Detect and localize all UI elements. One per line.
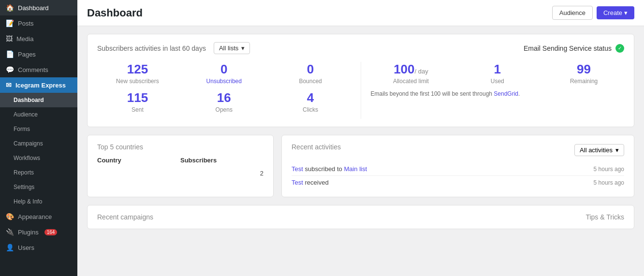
opens-number: 16 xyxy=(184,90,264,105)
countries-table-header: Country Subscribers xyxy=(97,157,263,164)
countries-title: Top 5 countries xyxy=(97,143,263,151)
bounced-number: 0 xyxy=(270,62,351,77)
icegram-icon: ✉ xyxy=(6,81,12,89)
clicks-number: 4 xyxy=(270,90,351,105)
recent-campaigns-row: Recent campaigns Tips & Tricks xyxy=(97,213,624,221)
sidebar-submenu-icegram: Dashboard Audience Forms Campaigns Workf… xyxy=(0,93,77,209)
recent-campaigns-card: Recent campaigns Tips & Tricks xyxy=(87,205,634,229)
recent-campaigns-title: Recent campaigns xyxy=(97,213,153,221)
stats-header-left: Subscribers activities in last 60 days A… xyxy=(97,42,250,54)
sidebar-item-campaigns[interactable]: Campaigns xyxy=(0,136,77,151)
new-subscribers-number: 125 xyxy=(97,62,178,77)
header-actions: Audience Create ▾ xyxy=(552,6,634,20)
unsubscribed-stat: 0 Unsubscribed xyxy=(184,62,264,85)
used-number: 1 xyxy=(457,62,538,77)
status-dot: ✓ xyxy=(615,44,624,53)
vertical-divider xyxy=(361,62,361,119)
used-label: Used xyxy=(457,78,538,85)
sidebar: 🏠 Dashboard 📝 Posts 🖼 Media 📄 Pages 💬 Co… xyxy=(0,0,77,276)
main-content: Dashboard Audience Create ▾ Subscribers … xyxy=(77,0,644,276)
countries-card: Top 5 countries Country Subscribers 2 xyxy=(87,135,274,197)
left-stats-section: 125 New subscribers 0 Unsubscribed 0 Bou… xyxy=(97,62,351,119)
email-sending-stats: 100/ day Allocated limit 1 Used 99 Remai… xyxy=(371,62,625,85)
sidebar-item-workflows[interactable]: Workflows xyxy=(0,151,77,165)
activity-time-2: 5 hours ago xyxy=(594,179,624,186)
sidebar-item-reports[interactable]: Reports xyxy=(0,165,77,180)
sidebar-item-dashboard[interactable]: Dashboard xyxy=(0,93,77,107)
email-service-status: Email Sending Service status ✓ xyxy=(524,44,624,53)
activities-title: Recent activities xyxy=(292,143,341,151)
activity-link-test-1[interactable]: Test xyxy=(292,165,303,173)
allocated-limit-label: Allocated limit xyxy=(371,78,452,85)
sidebar-item-settings[interactable]: Settings xyxy=(0,180,77,194)
sidebar-item-forms[interactable]: Forms xyxy=(0,122,77,136)
unsubscribed-label: Unsubscribed xyxy=(184,78,264,85)
unsubscribed-number: 0 xyxy=(184,62,264,77)
email-note: Emails beyond the first 100 will be sent… xyxy=(371,90,625,97)
sidebar-item-posts[interactable]: 📝 Posts xyxy=(0,15,77,31)
sent-label: Sent xyxy=(97,106,178,113)
all-activities-dropdown[interactable]: All activities ▾ xyxy=(574,144,624,156)
audience-button[interactable]: Audience xyxy=(552,6,593,20)
main-header: Dashboard Audience Create ▾ xyxy=(77,0,644,26)
table-row: 2 xyxy=(97,168,263,179)
create-button[interactable]: Create ▾ xyxy=(597,6,634,19)
bounced-label: Bounced xyxy=(270,78,351,85)
sidebar-item-comments[interactable]: 💬 Comments xyxy=(0,62,77,77)
all-lists-dropdown[interactable]: All lists ▾ xyxy=(214,42,250,54)
sidebar-item-plugins[interactable]: 🔌 Plugins 164 xyxy=(0,224,77,240)
subscriber-stats-bottom: 115 Sent 16 Opens 4 Clicks xyxy=(97,90,351,113)
remaining-stat: 99 Remaining xyxy=(543,62,624,85)
sidebar-item-dashboard-wp[interactable]: 🏠 Dashboard xyxy=(0,0,77,15)
dashboard-content: Subscribers activities in last 60 days A… xyxy=(77,26,644,276)
stats-card: Subscribers activities in last 60 days A… xyxy=(87,34,634,127)
right-stats-section: 100/ day Allocated limit 1 Used 99 Remai… xyxy=(371,62,625,119)
used-stat: 1 Used xyxy=(457,62,538,85)
plugins-badge: 164 xyxy=(44,229,58,235)
plugins-icon: 🔌 xyxy=(6,228,14,236)
new-subscribers-stat: 125 New subscribers xyxy=(97,62,178,85)
opens-label: Opens xyxy=(184,106,264,113)
chevron-down-icon: ▾ xyxy=(615,146,619,154)
chevron-down-icon: ▾ xyxy=(624,9,628,16)
sidebar-item-help[interactable]: Help & Info xyxy=(0,194,77,209)
sidebar-item-pages[interactable]: 📄 Pages xyxy=(0,46,77,62)
chevron-down-icon: ▾ xyxy=(241,44,245,52)
allocated-limit-stat: 100/ day Allocated limit xyxy=(371,62,452,85)
sidebar-item-audience[interactable]: Audience xyxy=(0,107,77,122)
sent-number: 115 xyxy=(97,90,178,105)
page-title: Dashboard xyxy=(87,7,143,19)
sent-stat: 115 Sent xyxy=(97,90,178,113)
activities-card: Recent activities All activities ▾ Test … xyxy=(281,135,634,197)
stats-card-title: Subscribers activities in last 60 days xyxy=(97,44,206,52)
subscriber-stats-top: 125 New subscribers 0 Unsubscribed 0 Bou… xyxy=(97,62,351,85)
stats-card-header: Subscribers activities in last 60 days A… xyxy=(97,42,624,54)
posts-icon: 📝 xyxy=(6,19,14,27)
activity-link-main-list[interactable]: Main list xyxy=(344,165,367,173)
clicks-stat: 4 Clicks xyxy=(270,90,351,113)
activity-row-2: Test received 5 hours ago xyxy=(292,176,624,189)
activity-row-1: Test subscribed to Main list 5 hours ago xyxy=(292,162,624,176)
tips-tricks-title: Tips & Tricks xyxy=(585,213,624,221)
new-subscribers-label: New subscribers xyxy=(97,78,178,85)
remaining-number: 99 xyxy=(543,62,624,77)
dashboard-wp-icon: 🏠 xyxy=(6,4,14,12)
comments-icon: 💬 xyxy=(6,66,14,73)
sidebar-item-media[interactable]: 🖼 Media xyxy=(0,31,77,46)
per-day-label: / day xyxy=(415,68,428,75)
remaining-label: Remaining xyxy=(543,78,624,85)
appearance-icon: 🎨 xyxy=(6,213,14,220)
bottom-row: Top 5 countries Country Subscribers 2 Re… xyxy=(87,135,634,197)
sendgrid-link[interactable]: SendGrid xyxy=(494,90,518,97)
bounced-stat: 0 Bounced xyxy=(270,62,351,85)
allocated-limit-number: 100/ day xyxy=(371,62,452,77)
media-icon: 🖼 xyxy=(6,35,13,43)
sidebar-item-appearance[interactable]: 🎨 Appearance xyxy=(0,209,77,224)
sidebar-item-users[interactable]: 👤 Users xyxy=(0,240,77,255)
stats-body: 125 New subscribers 0 Unsubscribed 0 Bou… xyxy=(97,62,624,119)
activities-header: Recent activities All activities ▾ xyxy=(292,143,624,157)
activity-time-1: 5 hours ago xyxy=(594,166,624,173)
users-icon: 👤 xyxy=(6,244,14,251)
sidebar-item-icegram[interactable]: ✉ Icegram Express xyxy=(0,77,77,93)
activity-link-test-2[interactable]: Test xyxy=(292,179,303,186)
